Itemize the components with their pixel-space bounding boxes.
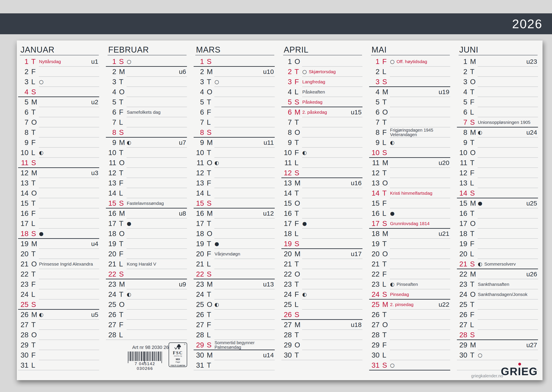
day-letter: M bbox=[382, 301, 389, 309]
day-note: Kong Harald V bbox=[127, 261, 156, 267]
day-letter: S bbox=[31, 230, 38, 238]
day-letter: T bbox=[207, 361, 214, 369]
day-letter: S bbox=[207, 128, 214, 137]
day-row: 8S bbox=[108, 127, 186, 137]
week-number: u23 bbox=[526, 58, 537, 65]
day-letter: F bbox=[470, 311, 477, 319]
day-row: 16F bbox=[20, 208, 99, 218]
day-number: 15 bbox=[283, 199, 292, 207]
day-row: 29T bbox=[20, 340, 99, 350]
day-letter: S bbox=[207, 199, 214, 207]
week-number: u1 bbox=[91, 58, 98, 65]
day-content: Sankthansdagen/Jonsok bbox=[478, 292, 538, 297]
day-letter: F bbox=[382, 270, 389, 278]
day-letter: F bbox=[294, 78, 302, 86]
day-number: 6 bbox=[108, 108, 116, 116]
day-row: 12S bbox=[283, 168, 362, 178]
day-note: Nyttårsdag bbox=[39, 59, 61, 64]
day-number: 21 bbox=[108, 260, 116, 268]
day-content: ◐ bbox=[215, 302, 274, 307]
day-content: ○ bbox=[478, 353, 538, 358]
day-content: Sankthansaften bbox=[478, 282, 538, 287]
day-number: 8 bbox=[283, 128, 292, 137]
day-number: 1 bbox=[195, 57, 204, 66]
day-number: 13 bbox=[20, 179, 29, 187]
day-number: 29 bbox=[283, 341, 292, 349]
day-row: 8O bbox=[283, 127, 362, 137]
day-number: 2 bbox=[283, 68, 292, 76]
day-number: 27 bbox=[195, 321, 204, 329]
day-letter: M bbox=[207, 280, 214, 288]
day-content: ◐ bbox=[127, 292, 186, 297]
day-letter: M bbox=[119, 68, 126, 76]
logo-text: EG bbox=[521, 365, 538, 378]
day-letter: S bbox=[470, 331, 477, 339]
day-row: 4O bbox=[108, 87, 186, 97]
day-row: 10S bbox=[371, 147, 450, 158]
day-letter: T bbox=[382, 189, 389, 197]
day-note: Langfredag bbox=[302, 79, 325, 84]
day-letter: O bbox=[294, 341, 302, 349]
day-content: Sommertid begynner Palmesøndag bbox=[215, 341, 274, 350]
day-row: 1F○Off. høytidsdag bbox=[371, 56, 450, 67]
day-letter: L bbox=[294, 230, 302, 238]
day-row: 7T bbox=[371, 117, 450, 127]
day-row: 14O bbox=[20, 188, 99, 198]
day-number: 18 bbox=[371, 230, 380, 238]
day-number: 4 bbox=[108, 88, 116, 96]
week-number: u18 bbox=[351, 321, 362, 329]
day-letter: L bbox=[382, 68, 389, 76]
day-number: 1 bbox=[108, 57, 116, 66]
day-number: 6 bbox=[459, 108, 467, 116]
moon-new-icon: ● bbox=[127, 221, 131, 226]
day-row: 26F bbox=[459, 309, 538, 320]
day-letter: O bbox=[294, 199, 302, 207]
day-number: 3 bbox=[459, 78, 467, 86]
day-letter: F bbox=[382, 341, 389, 349]
day-letter: M bbox=[294, 179, 302, 187]
day-row: 19T bbox=[371, 239, 450, 249]
day-content: ◐ bbox=[127, 140, 186, 145]
day-letter: L bbox=[470, 321, 477, 329]
day-row: 18O bbox=[108, 229, 186, 239]
day-row: 15F bbox=[371, 198, 450, 208]
day-row: 10T bbox=[195, 147, 274, 158]
day-row: 15S bbox=[195, 198, 274, 208]
month-column: JUNI1Mu232T3O4T5F6L7SUnionsoppløsningen … bbox=[459, 43, 538, 370]
day-row: 17T● bbox=[108, 218, 186, 229]
day-number: 24 bbox=[108, 290, 116, 299]
day-letter: M bbox=[207, 209, 214, 217]
day-letter: F bbox=[119, 250, 126, 258]
day-row: 6O bbox=[371, 107, 450, 117]
day-number: 15 bbox=[459, 199, 467, 207]
day-row: 3O bbox=[459, 77, 538, 87]
day-row: 24F◐ bbox=[283, 289, 362, 299]
day-row: 9L◐ bbox=[371, 137, 450, 147]
day-letter: T bbox=[31, 199, 38, 207]
day-row: 13F bbox=[195, 178, 274, 188]
day-letter: F bbox=[470, 98, 477, 106]
day-letter: O bbox=[207, 88, 214, 96]
day-row: 22O bbox=[283, 269, 362, 279]
day-row: 8FFrigjøringsdagen 1945 Veterandagen bbox=[371, 127, 450, 137]
fsc-label: ® FSC www.fsc.org MIX Papir FSC® C149704 bbox=[169, 343, 187, 367]
week-number: u15 bbox=[351, 109, 362, 116]
moon-half-icon: ◐ bbox=[127, 140, 131, 145]
day-letter: T bbox=[470, 88, 477, 96]
day-row: 14L bbox=[108, 188, 186, 198]
day-letter: M bbox=[470, 270, 477, 278]
moon-half-icon: ◐ bbox=[390, 140, 394, 145]
day-letter: O bbox=[119, 88, 126, 96]
day-number: 28 bbox=[195, 331, 204, 339]
day-letter: M bbox=[382, 159, 389, 167]
day-row: 27T bbox=[20, 320, 99, 330]
day-number: 8 bbox=[459, 128, 467, 137]
day-row: 9Mu11 bbox=[195, 137, 274, 147]
day-letter: T bbox=[31, 250, 38, 258]
day-row: 22S bbox=[195, 269, 274, 279]
day-letter: T bbox=[119, 311, 126, 319]
day-number: 19 bbox=[371, 240, 380, 248]
day-letter: M bbox=[119, 280, 126, 288]
day-letter: M bbox=[31, 311, 38, 319]
day-letter: T bbox=[294, 189, 302, 197]
